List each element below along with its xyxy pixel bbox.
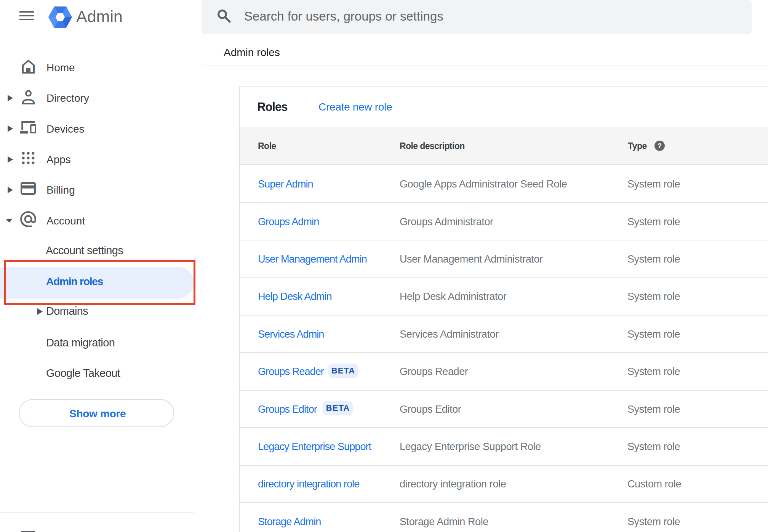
- svg-text:?: ?: [658, 142, 662, 150]
